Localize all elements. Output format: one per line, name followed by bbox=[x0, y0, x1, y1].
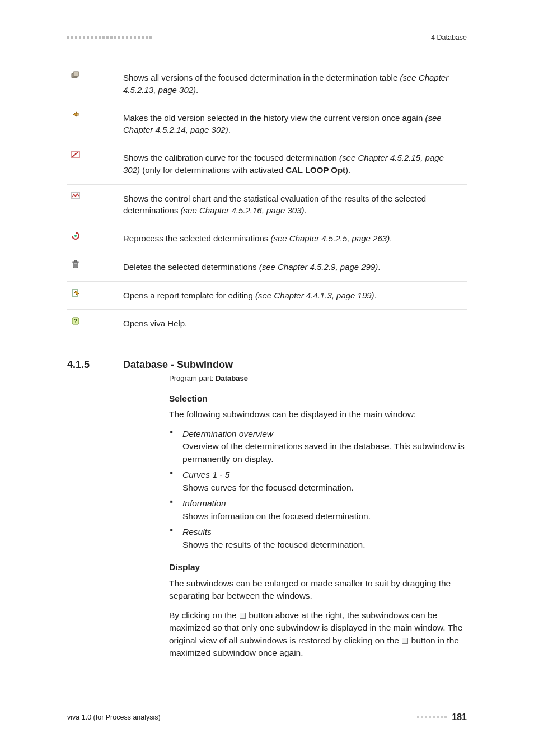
list-item-term: Results bbox=[182, 526, 467, 538]
list-item-term: Information bbox=[182, 497, 467, 510]
calibration-curve-icon bbox=[67, 144, 123, 184]
selection-heading: Selection bbox=[169, 393, 467, 405]
desc-text: Makes the old version selected in the hi… bbox=[123, 113, 425, 123]
display-paragraph-2: By clicking on the button above at the r… bbox=[169, 609, 467, 660]
desc-text: Shows the calibration curve for the focu… bbox=[123, 153, 339, 162]
table-row: Reprocess the selected determinations (s… bbox=[67, 225, 467, 253]
page-header: 4 Database bbox=[0, 34, 534, 64]
footer-product-label: viva 1.0 (for Process analysis) bbox=[67, 713, 161, 721]
table-row: Opens a report template for editing (see… bbox=[67, 281, 467, 310]
icon-description: Shows the control chart and the statisti… bbox=[123, 184, 467, 225]
table-row: Deletes the selected determinations (see… bbox=[67, 253, 467, 281]
desc-text: Opens viva Help. bbox=[123, 319, 187, 328]
reprocess-icon bbox=[67, 225, 123, 253]
header-chapter-label: 4 Database bbox=[431, 34, 467, 41]
page-footer: viva 1.0 (for Process analysis) 181 bbox=[67, 712, 467, 722]
list-item-desc: Shows information on the focused determi… bbox=[182, 510, 467, 522]
table-row: Makes the old version selected in the hi… bbox=[67, 104, 467, 144]
desc-ref: (see Chapter 4.5.2.9, page 299) bbox=[259, 262, 378, 272]
list-item: ResultsShows the results of the focused … bbox=[169, 526, 467, 551]
desc-text: Deletes the selected determinations bbox=[123, 262, 259, 272]
icon-description: Deletes the selected determinations (see… bbox=[123, 253, 467, 281]
list-item: InformationShows information on the focu… bbox=[169, 497, 467, 522]
desc-ref: (see Chapter 4.5.2.16, page 303) bbox=[181, 206, 305, 215]
subwindow-list: Determination overviewOverview of the de… bbox=[169, 428, 467, 551]
versions-icon bbox=[67, 64, 123, 104]
list-item-desc: Overview of the determinations saved in … bbox=[182, 440, 467, 465]
desc-ref: (see Chapter 4.5.2.5, page 263) bbox=[270, 234, 390, 243]
section-title: Database - Subwindow bbox=[123, 359, 233, 371]
control-chart-icon bbox=[67, 184, 123, 225]
program-part-line: Program part: Database bbox=[169, 374, 534, 382]
section-heading: 4.1.5 Database - Subwindow bbox=[67, 359, 534, 371]
program-part-label: Program part: bbox=[169, 374, 216, 382]
desc-text: Opens a report template for editing bbox=[123, 291, 255, 300]
restore-box-icon bbox=[402, 638, 408, 644]
icon-description: Opens viva Help. bbox=[123, 310, 467, 338]
desc-bold: CAL LOOP Opt bbox=[285, 165, 345, 175]
table-row: Shows the control chart and the statisti… bbox=[67, 184, 467, 225]
page-number: 181 bbox=[452, 712, 467, 722]
maximize-box-icon bbox=[240, 613, 246, 619]
delete-icon bbox=[67, 253, 123, 281]
edit-template-icon bbox=[67, 281, 123, 310]
list-item-desc: Shows curves for the focused determinati… bbox=[182, 482, 467, 494]
selection-intro: The following subwindows can be displaye… bbox=[169, 408, 467, 421]
list-item-desc: Shows the results of the focused determi… bbox=[182, 539, 467, 551]
icon-description: Reprocess the selected determinations (s… bbox=[123, 225, 467, 253]
display-p2-part-a: By clicking on the bbox=[169, 610, 239, 620]
desc-ref: (see Chapter 4.4.1.3, page 199) bbox=[255, 291, 374, 300]
icon-description: Shows all versions of the focused determ… bbox=[123, 64, 467, 104]
icon-description: Makes the old version selected in the hi… bbox=[123, 104, 467, 144]
icon-description: Opens a report template for editing (see… bbox=[123, 281, 467, 310]
display-heading: Display bbox=[169, 561, 467, 573]
restore-version-icon bbox=[67, 104, 123, 144]
table-row: Shows the calibration curve for the focu… bbox=[67, 144, 467, 184]
table-row: Opens viva Help. bbox=[67, 310, 467, 338]
desc-text: Shows all versions of the focused determ… bbox=[123, 73, 400, 82]
list-item: Determination overviewOverview of the de… bbox=[169, 428, 467, 465]
desc-text: Reprocess the selected determinations bbox=[123, 234, 270, 243]
list-item-term: Determination overview bbox=[182, 428, 467, 440]
icon-description: Shows the calibration curve for the focu… bbox=[123, 144, 467, 184]
program-part-value: Database bbox=[216, 374, 248, 382]
display-paragraph-1: The subwindows can be enlarged or made s… bbox=[169, 577, 467, 603]
toolbar-icons-table: Shows all versions of the focused determ… bbox=[67, 64, 467, 338]
list-item: Curves 1 - 5Shows curves for the focused… bbox=[169, 469, 467, 494]
header-dots-left bbox=[67, 36, 152, 39]
section-number: 4.1.5 bbox=[67, 359, 123, 371]
help-icon bbox=[67, 310, 123, 338]
list-item-term: Curves 1 - 5 bbox=[182, 469, 467, 481]
table-row: Shows all versions of the focused determ… bbox=[67, 64, 467, 104]
